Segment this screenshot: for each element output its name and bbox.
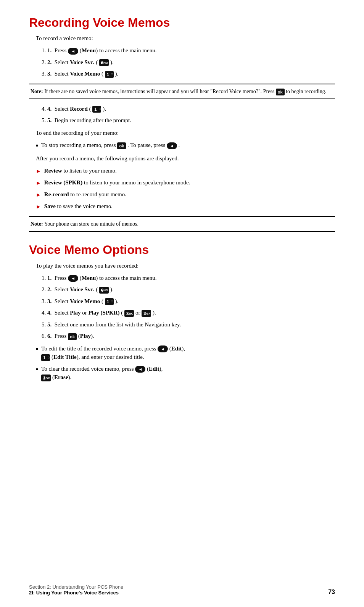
section2-bullet-list: ■ To edit the title of the recorded voic… (36, 344, 335, 382)
s2-step-5-text: Select one memo from the list with the N… (55, 321, 181, 328)
footer-subsection: 2I: Using Your Phone's Voice Services (29, 590, 123, 596)
triangle-icon-3: ► (36, 191, 41, 199)
step-2: 2. Select Voice Svc. ( 6MNO ). (47, 58, 335, 67)
s2-step-5: 5. Select one memo from the list with th… (47, 320, 335, 329)
s2-step-2: 2. Select Voice Svc. ( 6MNO ). (47, 285, 335, 294)
stop-bullet-item: ■ To stop recording a memo, press ok . T… (36, 141, 335, 150)
key-6mno-1: 6MNO (99, 59, 109, 66)
s2-step-2-num: 2. (47, 286, 52, 292)
voice-memo-label-1: Voice Memo (70, 71, 100, 77)
note2-text: Your phone can store one minute of memos… (44, 221, 139, 227)
end-recording-text: To end the recording of your memo: (36, 129, 335, 137)
key-2-erase: 2ABC (41, 375, 51, 381)
note-box-2: Note: Your phone can store one minute of… (29, 216, 335, 232)
arrow-key-edit1: ◄ (158, 345, 168, 352)
voice-svc-label-2: Voice Svc. (70, 286, 94, 292)
section1-title: Recording Voice Memos (29, 15, 335, 30)
ok-key-stop: ok (117, 142, 126, 149)
s2-step-6-num: 6. (47, 333, 52, 339)
step-1-num: 1. (47, 47, 52, 53)
s2-step-3-num: 3. (47, 298, 52, 304)
s2-step-1-num: 1. (47, 275, 52, 281)
after-record-text: After you record a memo, the following o… (36, 154, 335, 163)
menu-key-2: ◄ (68, 275, 78, 282)
s2-step-6: 6. Press ok (Play). (47, 332, 335, 341)
option-review-spkr: ► Review (SPKR) to listen to your memo i… (36, 178, 335, 187)
arrow-key-edit2: ◄ (135, 366, 145, 373)
s2-bullet-1-text: To edit the title of the recorded voice … (41, 344, 185, 362)
s2-step-1: 1. Press ◄ (Menu) to access the main men… (47, 274, 335, 283)
option-review-spkr-text: Review (SPKR) to listen to your memo in … (44, 178, 190, 187)
step-1: 1. Press ◄ (Menu) to access the main men… (47, 46, 335, 55)
key-1-1: 1□ (105, 71, 114, 78)
step-4-num: 4. (47, 106, 52, 112)
stop-bullet-list: ■ To stop recording a memo, press ok . T… (36, 141, 335, 150)
section2-title: Voice Memo Options (29, 242, 335, 257)
option-rerecord-text: Re-record to re-record your memo. (44, 190, 126, 199)
voice-memo-label-2: Voice Memo (70, 298, 100, 304)
note1-label: Note: (31, 89, 43, 94)
option-save: ► Save to save the voice memo. (36, 202, 335, 211)
voice-svc-label-1: Voice Svc. (70, 59, 94, 65)
menu-key-1: ◄ (68, 48, 78, 55)
key-1-2: 1□ (92, 106, 101, 113)
key-1-edit: 1□ (41, 354, 50, 361)
s2-step-4: 4. Select Play or Play (SPKR) ( 2ABC or … (47, 308, 335, 317)
square-icon-2: ■ (36, 346, 38, 352)
play-label-2: Play (80, 333, 91, 339)
record-label: Record (70, 106, 88, 112)
triangle-icon-2: ► (36, 179, 41, 187)
s2-step-4-num: 4. (47, 310, 52, 316)
option-review: ► Review to listen to your memo. (36, 166, 335, 175)
option-save-text: Save to save the voice memo. (44, 202, 113, 211)
note2-label: Note: (31, 221, 43, 227)
page-footer: Section 2: Understanding Your PCS Phone … (29, 584, 335, 596)
menu-label-2: Menu (82, 275, 96, 281)
note-box-1: Note: If there are no saved voice memos,… (29, 84, 335, 99)
section1-steps-list-2: 4. Select Record ( 1□ ). 5. Begin record… (47, 105, 335, 125)
key-3def: 3DEF (142, 310, 151, 317)
s2-step-3: 3. Select Voice Memo ( 1□ ). (47, 297, 335, 306)
arrow-key-pause: ◄ (167, 142, 177, 149)
square-icon-1: ■ (36, 142, 38, 148)
step-2-num: 2. (47, 59, 52, 65)
option-review-text: Review to listen to your memo. (44, 166, 117, 175)
note1-text-after: to begin recording. (286, 89, 326, 94)
square-icon-3: ■ (36, 366, 38, 372)
step-4: 4. Select Record ( 1□ ). (47, 105, 335, 113)
step-5: 5. Begin recording after the prompt. (47, 116, 335, 125)
footer-left: Section 2: Understanding Your PCS Phone … (29, 584, 123, 596)
s2-bullet-1: ■ To edit the title of the recorded voic… (36, 344, 335, 362)
triangle-icon-1: ► (36, 167, 41, 175)
note1-text: If there are no saved voice memos, instr… (44, 89, 276, 94)
footer-page-num: 73 (328, 589, 335, 596)
section1-steps-list: 1. Press ◄ (Menu) to access the main men… (47, 46, 335, 78)
key-1-3: 1□ (105, 298, 114, 305)
section2-steps-list: 1. Press ◄ (Menu) to access the main men… (47, 274, 335, 341)
stop-bullet-text: To stop recording a memo, press ok . To … (41, 141, 180, 150)
section1-intro: To record a voice memo: (36, 35, 335, 42)
key-6mno-2: 6MNO (99, 287, 109, 294)
key-2abc: 2ABC (124, 310, 134, 317)
step-3-num: 3. (47, 71, 52, 77)
footer-section: Section 2: Understanding Your PCS Phone (29, 584, 123, 590)
ok-key-play: ok (68, 333, 77, 340)
step-3: 3. Select Voice Memo ( 1□ ). (47, 69, 335, 78)
menu-label-1: Menu (82, 47, 96, 53)
option-rerecord: ► Re-record to re-record your memo. (36, 190, 335, 199)
triangle-icon-4: ► (36, 203, 41, 211)
s2-bullet-2-text: To clear the recorded voice memo, press … (41, 365, 163, 382)
ok-key-note1: ok (276, 89, 285, 95)
step-5-num: 5. (47, 117, 52, 123)
play-spkr-label: Play (SPKR) (89, 310, 120, 316)
play-label: Play (70, 310, 81, 316)
options-list: ► Review to listen to your memo. ► Revie… (36, 166, 335, 211)
section2-intro: To play the voice memos you have recorde… (36, 263, 335, 269)
s2-step-5-num: 5. (47, 321, 52, 328)
s2-bullet-2: ■ To clear the recorded voice memo, pres… (36, 365, 335, 382)
step-5-text: Begin recording after the prompt. (55, 117, 131, 123)
